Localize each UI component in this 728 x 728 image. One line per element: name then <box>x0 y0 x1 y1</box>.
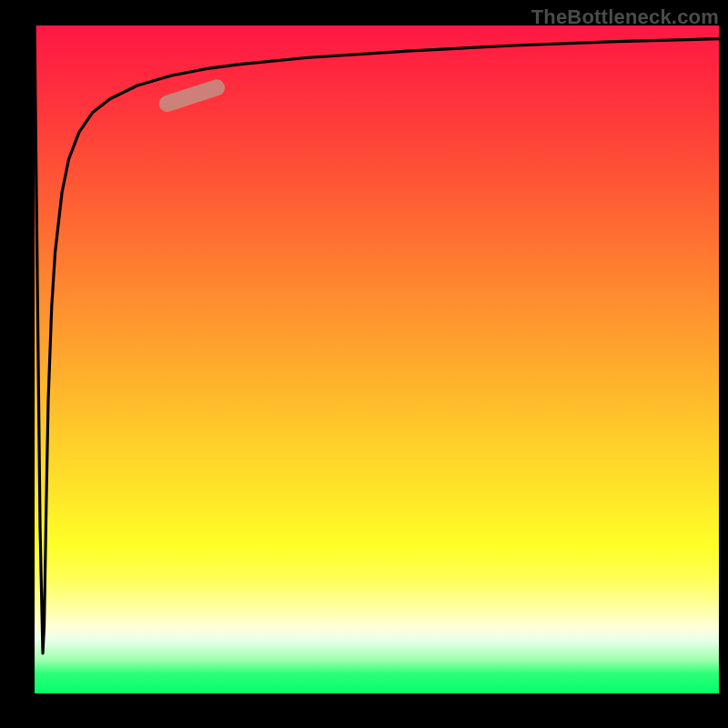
x-axis-band <box>0 693 728 728</box>
plot-area <box>35 25 719 693</box>
watermark-text: TheBottleneck.com <box>531 5 719 29</box>
y-axis-band <box>0 0 35 728</box>
chart-container: TheBottleneck.com <box>0 0 728 728</box>
